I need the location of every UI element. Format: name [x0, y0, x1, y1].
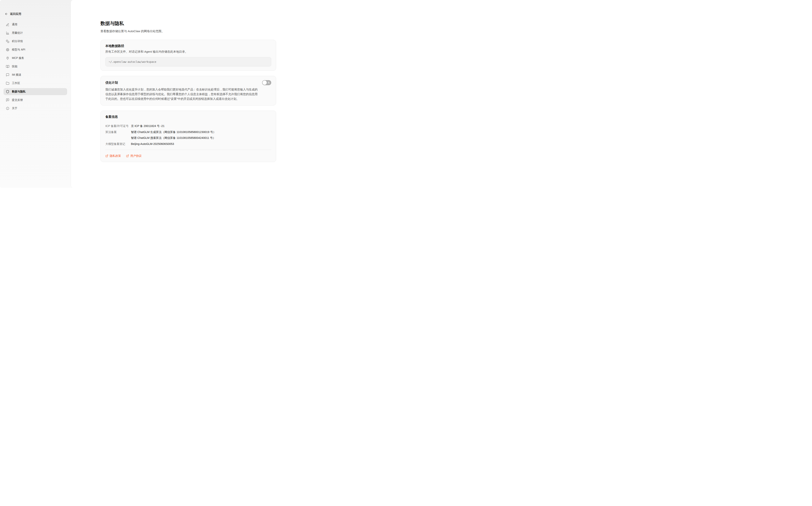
settings-window: 返回应用 通用 用量统计 积分详情	[0, 0, 301, 188]
external-link-icon	[105, 154, 108, 157]
filing-row-value: Beijing-AutoGLM-20250606S0053	[131, 142, 174, 146]
local-data-path-description: 所有工作区文件、对话记录和 Agent 输出均存储在此本地目录。	[105, 50, 271, 54]
book-open-icon	[6, 65, 9, 68]
privacy-policy-label: 隐私政策	[110, 154, 121, 158]
main-panel: 数据与隐私 查看数据存储位置与 AutoClaw 的网络出站范围。 本地数据路径…	[71, 0, 301, 188]
filing-row-icp: ICP 备案/许可证号 京 ICP 备 20011824 号 -21	[105, 124, 271, 128]
filing-divider	[105, 150, 271, 150]
sidebar-item-about[interactable]: 关于	[3, 105, 67, 112]
local-data-path-card: 本地数据路径 所有工作区文件、对话记录和 Agent 输出均存储在此本地目录。	[100, 40, 276, 71]
sidebar-item-label: MCP 服务	[12, 56, 24, 60]
page-subtitle: 查看数据存储位置与 AutoClaw 的网络出站范围。	[100, 29, 276, 33]
optimization-plan-title: 优化计划	[105, 81, 118, 85]
arrow-left-icon	[5, 12, 8, 16]
filing-info-card: 备案信息 ICP 备案/许可证号 京 ICP 备 20011824 号 -21 …	[100, 110, 276, 162]
filing-row-label: 大模型备案登记	[105, 142, 131, 146]
bar-chart-icon	[6, 31, 9, 35]
sidebar-item-general[interactable]: 通用	[3, 21, 67, 28]
filing-row-value: 智谱 ChatGLM 搜索算法（网信算备 1101081058580042400…	[131, 136, 216, 140]
sidebar-item-label: 通用	[12, 23, 17, 26]
optimization-plan-card: 优化计划 关 我们诚邀您加入优化提升计划，您的加入会帮助我们更好地迭代产品：在去…	[100, 76, 276, 105]
local-data-path-field[interactable]	[105, 57, 271, 67]
back-to-app-label: 返回应用	[10, 12, 21, 16]
sidebar-item-label: 用量统计	[12, 31, 23, 35]
sidebar-item-im-channels[interactable]: IM 频道	[3, 71, 67, 78]
optimization-toggle[interactable]: 关	[262, 80, 271, 85]
user-agreement-label: 用户协议	[130, 154, 142, 158]
filing-row-large-model: 大模型备案登记 Beijing-AutoGLM-20250606S0053	[105, 142, 271, 146]
toggle-state-label: 关	[268, 82, 270, 84]
folder-icon	[6, 82, 9, 85]
filing-row-value: 智谱 ChatGLM 生成算法（网信算备 1101081058580012300…	[131, 130, 216, 134]
sidebar-item-label: 积分详情	[12, 39, 23, 43]
filing-row-label: ICP 备案/许可证号	[105, 124, 131, 128]
filing-info-title: 备案信息	[105, 115, 271, 119]
sidebar-item-models-api[interactable]: 模型与 API	[3, 46, 67, 53]
optimization-plan-description: 我们诚邀您加入优化提升计划，您的加入会帮助我们更好地迭代产品：在去标识化处理后，…	[105, 87, 257, 101]
cpu-icon	[6, 48, 9, 52]
external-link-icon	[126, 154, 129, 157]
sidebar-item-mcp-services[interactable]: MCP 服务	[3, 55, 67, 62]
sidebar-nav: 通用 用量统计 积分详情 模型与 API	[3, 21, 67, 112]
message-icon	[6, 73, 9, 77]
coins-icon	[6, 39, 9, 43]
sidebar-item-skills[interactable]: 技能	[3, 63, 67, 70]
sidebar-item-label: 提交反馈	[12, 98, 23, 102]
sidebar-item-label: 关于	[12, 107, 17, 110]
privacy-policy-link[interactable]: 隐私政策	[105, 154, 121, 158]
sidebar-item-data-privacy[interactable]: 数据与隐私	[3, 88, 67, 95]
pencil-icon	[6, 23, 9, 26]
user-agreement-link[interactable]: 用户协议	[126, 154, 142, 158]
plug-icon	[6, 56, 9, 60]
sidebar-item-usage-stats[interactable]: 用量统计	[3, 29, 67, 36]
sidebar-item-label: 技能	[12, 65, 17, 68]
filing-row-algorithm: 算法备案 智谱 ChatGLM 生成算法（网信算备 11010810585800…	[105, 130, 271, 140]
back-to-app-button[interactable]: 返回应用	[3, 11, 67, 16]
page-title: 数据与隐私	[100, 20, 276, 26]
sidebar-item-label: 工作区	[12, 82, 20, 85]
filing-row-label: 算法备案	[105, 130, 131, 134]
sidebar-item-feedback[interactable]: 提交反馈	[3, 96, 67, 103]
toggle-knob	[263, 81, 267, 85]
sidebar-item-workspace[interactable]: 工作区	[3, 80, 67, 87]
settings-sidebar: 返回应用 通用 用量统计 积分详情	[0, 0, 71, 188]
info-icon	[6, 107, 9, 110]
filing-row-value: 京 ICP 备 20011824 号 -21	[131, 124, 164, 128]
sidebar-item-credits[interactable]: 积分详情	[3, 38, 67, 45]
local-data-path-title: 本地数据路径	[105, 44, 271, 48]
sidebar-item-label: 数据与隐私	[12, 90, 25, 93]
shield-icon	[6, 90, 9, 93]
sidebar-item-label: 模型与 API	[12, 48, 25, 52]
message-plus-icon	[6, 98, 9, 102]
sidebar-item-label: IM 频道	[12, 73, 21, 77]
